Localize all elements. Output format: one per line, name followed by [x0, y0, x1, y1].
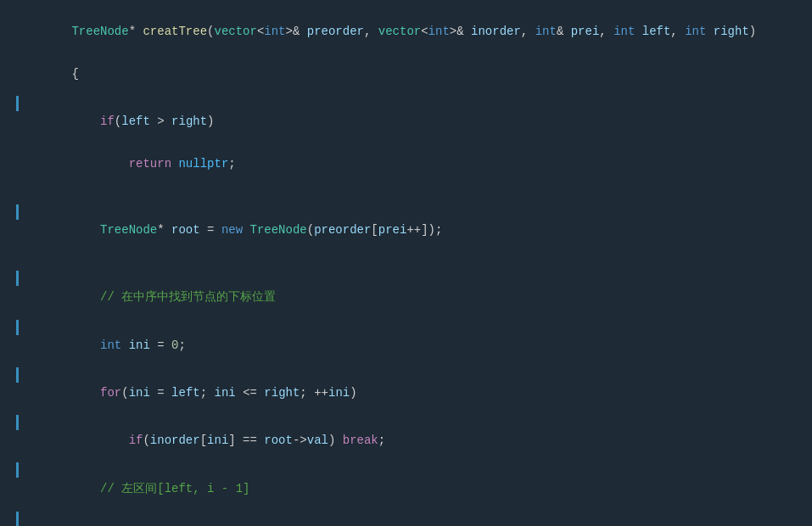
indent-12 [71, 482, 100, 495]
token-gt2: >& [450, 25, 471, 38]
token-ini4: ini [328, 386, 350, 400]
token-comment2: // 左区间[left, i - 1] [100, 482, 249, 495]
code-content-13: root->left = creatTree(preorder, inorder… [25, 517, 812, 526]
token-for: for [100, 386, 121, 400]
gutter-bar-8 [16, 271, 19, 286]
token-ini1: ini [129, 339, 150, 352]
token-treenode1: TreeNode [100, 223, 157, 237]
code-line-13: root->left = creatTree(preorder, inorder… [0, 511, 812, 526]
token-param3: prei [571, 25, 600, 38]
line-gutter-3 [0, 96, 25, 111]
token-ib2: ] == [228, 434, 264, 447]
gutter-bar-12 [16, 462, 19, 478]
token-comma3: , [599, 25, 613, 38]
token-space4 [243, 223, 249, 237]
code-line-7 [0, 251, 812, 270]
token-arrow1: -> [293, 434, 307, 447]
token-inorder1: inorder [150, 434, 200, 447]
code-line-10: for(ini = left; ini <= right; ++ini) [0, 367, 812, 414]
token-root1: root [171, 223, 200, 237]
token-comment1: // 在中序中找到节点的下标位置 [100, 290, 276, 304]
token-brace: { [71, 67, 78, 81]
token-left: left [121, 115, 150, 128]
code-line-5 [0, 185, 812, 204]
token-star: * [157, 223, 171, 237]
token-func: creatTree [143, 25, 207, 38]
token-paren2: ( [115, 115, 121, 128]
token-ini2: ini [129, 386, 150, 400]
token-preinc: ++ [314, 386, 328, 400]
token-ip: ( [143, 434, 149, 447]
token-semi1: ; [228, 157, 235, 171]
token-punct: * [129, 25, 143, 38]
indent-11 [71, 434, 128, 447]
token-space2 [706, 25, 713, 38]
token-int1: int [264, 25, 285, 38]
code-content-9: int ini = 0; [25, 325, 812, 366]
indent-9 [71, 339, 100, 352]
token-ib1: [ [200, 434, 207, 447]
token-break: break [343, 434, 378, 447]
code-content-2: { [25, 53, 812, 94]
token-lte: <= [236, 386, 265, 400]
token-right2: right [264, 386, 300, 400]
gutter-bar-10 [16, 367, 19, 383]
code-line-1: TreeNode* creatTree(vector<int>& preorde… [0, 10, 812, 53]
code-content-10: for(ini = left; ini <= right; ++ini) [25, 372, 812, 413]
token-param2: inorder [471, 25, 521, 38]
token-int3: int [535, 25, 557, 38]
code-line-2: { [0, 53, 812, 95]
indent-3 [71, 115, 100, 128]
token-space1 [635, 25, 641, 38]
code-line-4: return nullptr; [0, 143, 812, 185]
token-treenode2: TreeNode [250, 223, 307, 237]
token-right: right [171, 115, 207, 128]
token-eq3: = [150, 386, 171, 400]
line-gutter-8 [0, 271, 25, 286]
token-eq2: = [150, 339, 171, 352]
code-line-6: TreeNode* root = new TreeNode(preorder[p… [0, 204, 812, 251]
token-icp: ) [328, 434, 343, 447]
token-int2: int [428, 25, 450, 38]
token-nullptr: nullptr [178, 157, 228, 171]
code-line-9: int ini = 0; [0, 319, 812, 367]
token-ini5: ini [207, 434, 228, 447]
code-line-12: // 左区间[left, i - 1] [0, 462, 812, 511]
token-comma4: , [670, 25, 685, 38]
token-type: TreeNode [71, 25, 128, 38]
code-content-12: // 左区间[left, i - 1] [25, 467, 812, 510]
line-gutter-10 [0, 367, 25, 383]
token-vector: vector [214, 25, 256, 38]
code-line-11: if(inorder[ini] == root->val) break; [0, 414, 812, 462]
token-bracket1: [ [371, 223, 378, 237]
indent-10 [71, 386, 100, 400]
token-return1: return [129, 157, 171, 171]
code-editor: TreeNode* creatTree(vector<int>& preorde… [0, 0, 812, 526]
line-gutter-11 [0, 415, 25, 430]
token-lt2: < [421, 25, 428, 38]
token-int6: int [100, 339, 121, 352]
token-val1: val [307, 434, 328, 447]
token-preorder1: preorder [314, 223, 371, 237]
code-content-3: if(left > right) [25, 101, 812, 142]
code-content-6: TreeNode* root = new TreeNode(preorder[p… [25, 210, 812, 250]
token-gt3: > [150, 115, 171, 128]
line-gutter-12 [0, 462, 25, 478]
code-content-1: TreeNode* creatTree(vector<int>& preorde… [25, 11, 812, 52]
token-bracket2: ]); [421, 223, 442, 237]
token-param1: preorder [307, 25, 364, 38]
token-semi2: ; [179, 339, 186, 352]
gutter-bar-3 [16, 96, 19, 111]
code-line-3: if(left > right) [0, 95, 812, 143]
token-if2: if [129, 434, 143, 447]
gutter-bar-11 [16, 415, 19, 430]
code-content-8: // 在中序中找到节点的下标位置 [25, 276, 812, 318]
token-vector2: vector [378, 25, 421, 38]
token-comma1: , [364, 25, 378, 38]
token-comma2: , [521, 25, 535, 38]
token-paren3: ( [307, 223, 314, 237]
token-inc: ++ [406, 223, 421, 237]
token-fcp: ) [350, 386, 356, 400]
token-fp: ( [121, 386, 128, 400]
token-param4: left [642, 25, 671, 38]
